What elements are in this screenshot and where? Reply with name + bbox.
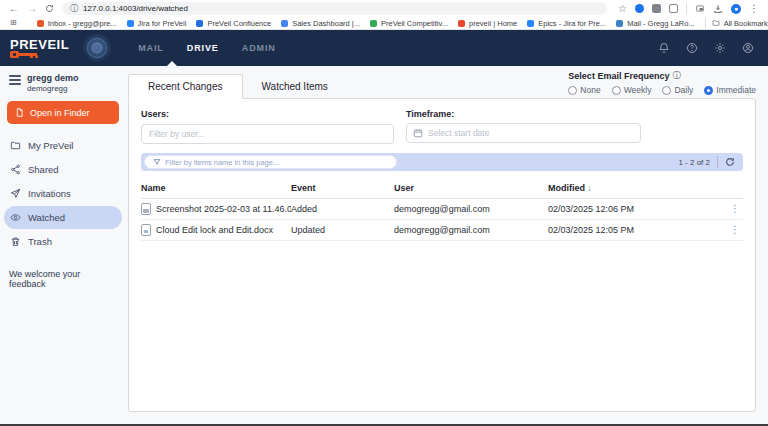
pagination-count: 1 - 2 of 2 xyxy=(678,158,710,167)
nav-admin[interactable]: ADMIN xyxy=(242,43,276,53)
bookmark-label: preveil | Home xyxy=(469,19,517,28)
bookmark-item[interactable]: Inbox - gregg@pre... xyxy=(37,19,117,28)
items-filter-bar: 1 - 2 of 2 xyxy=(141,153,743,171)
bookmark-label: Epics - Jira for Pre... xyxy=(538,19,606,28)
bookmark-item[interactable]: Jira for PreVeil xyxy=(127,19,187,28)
bookmark-favicon xyxy=(196,20,203,27)
sidebar-item-label: Watched xyxy=(28,212,65,223)
timeframe-date-picker[interactable] xyxy=(406,123,641,143)
radio-label: None xyxy=(580,85,600,95)
bookmark-star-icon[interactable]: ☆ xyxy=(618,4,627,14)
modified-cell: 02/03/2025 12:05 PM xyxy=(548,225,700,235)
row-menu-icon[interactable]: ⋮ xyxy=(730,203,740,214)
download-icon[interactable] xyxy=(713,4,723,14)
extension-icon-3[interactable] xyxy=(669,4,678,13)
all-bookmarks-button[interactable]: All Bookmarks xyxy=(712,19,768,28)
sidebar: gregg demo demogregg Open in Finder My P… xyxy=(0,66,126,424)
items-filter-pill[interactable] xyxy=(144,155,397,169)
key-icon xyxy=(10,51,46,58)
bookmark-item[interactable]: PreVeil Competitiv... xyxy=(370,19,448,28)
preveil-app-bar: PREVEIL MAIL DRIVE ADMIN xyxy=(0,30,768,66)
bookmark-item[interactable]: preveil | Home xyxy=(458,19,517,28)
table-row[interactable]: w Cloud Edit lock and Edit.docx Updated … xyxy=(141,220,743,241)
tab-watched-items[interactable]: Watched Items xyxy=(243,75,347,98)
extension-icon-1[interactable] xyxy=(635,4,644,13)
bookmark-favicon xyxy=(370,20,377,27)
tab-search-icon[interactable] xyxy=(695,4,705,13)
column-header-name[interactable]: Name xyxy=(141,183,291,193)
open-in-finder-button[interactable]: Open in Finder xyxy=(7,101,119,124)
radio-immediate[interactable]: Immediate xyxy=(704,85,756,95)
bookmark-item[interactable]: PreVeil Confluence xyxy=(196,19,271,28)
browser-forward-icon[interactable]: → xyxy=(27,4,37,14)
notifications-bell-icon[interactable] xyxy=(658,42,670,54)
sidebar-item-trash[interactable]: Trash xyxy=(4,230,122,253)
sidebar-item-my-preveil[interactable]: My PreVeil xyxy=(4,134,122,157)
bookmark-favicon xyxy=(458,20,465,27)
bookmark-favicon xyxy=(281,20,288,27)
brand-name: PREVEIL xyxy=(10,38,69,51)
timeframe-label: Timeframe: xyxy=(406,109,641,119)
column-header-modified-label: Modified xyxy=(548,183,585,193)
browser-reload-icon[interactable] xyxy=(45,4,54,13)
column-header-user[interactable]: User xyxy=(394,183,548,193)
nav-drive[interactable]: DRIVE xyxy=(187,43,219,53)
settings-gear-icon[interactable] xyxy=(714,42,726,54)
account-username: demogregg xyxy=(27,84,79,94)
users-filter-input[interactable] xyxy=(141,124,394,144)
active-tab-caret xyxy=(167,61,177,66)
site-info-icon[interactable]: ⓘ xyxy=(70,5,78,13)
browser-toolbar: ← → ⓘ 127.0.0.1:4003/drive/watched ☆ ● ⋮ xyxy=(0,0,768,17)
account-icon[interactable] xyxy=(742,42,754,54)
items-filter-input[interactable] xyxy=(165,158,388,167)
file-name: Screenshot 2025-02-03 at 11.46.09... xyxy=(156,204,291,214)
account-switcher[interactable]: gregg demo demogregg xyxy=(0,73,126,93)
folder-icon xyxy=(712,19,720,27)
share-icon xyxy=(10,164,21,175)
bookmark-item[interactable]: Sales Dashboard |... xyxy=(281,19,360,28)
radio-circle-icon xyxy=(704,86,713,95)
sidebar-item-watched[interactable]: Watched xyxy=(4,206,122,229)
help-icon[interactable] xyxy=(686,42,698,54)
row-menu-icon[interactable]: ⋮ xyxy=(730,224,740,235)
hamburger-menu-icon[interactable] xyxy=(9,73,21,87)
table-row[interactable]: Screenshot 2025-02-03 at 11.46.09... Add… xyxy=(141,199,743,220)
radio-daily[interactable]: Daily xyxy=(662,85,693,95)
browser-back-icon[interactable]: ← xyxy=(9,4,19,14)
radio-none[interactable]: None xyxy=(568,85,600,95)
profile-avatar[interactable]: ● xyxy=(731,4,741,14)
paper-plane-icon xyxy=(10,188,21,199)
apps-grid-icon[interactable]: ⊞ xyxy=(10,19,17,27)
sidebar-item-label: My PreVeil xyxy=(28,140,73,151)
tab-recent-changes[interactable]: Recent Changes xyxy=(128,74,243,99)
bookmarks-bar: ⊞ Inbox - gregg@pre... Jira for PreVeil … xyxy=(0,17,768,30)
address-bar[interactable]: ⓘ 127.0.0.1:4003/drive/watched xyxy=(62,2,607,15)
sidebar-item-invitations[interactable]: Invitations xyxy=(4,182,122,205)
column-header-modified[interactable]: Modified ↓ xyxy=(548,183,700,193)
radio-circle-icon xyxy=(612,86,621,95)
url-text: 127.0.0.1:4003/drive/watched xyxy=(83,4,188,13)
modified-cell: 02/03/2025 12:06 PM xyxy=(548,204,700,214)
eye-icon xyxy=(10,212,21,223)
nav-mail[interactable]: MAIL xyxy=(138,43,164,53)
column-header-event[interactable]: Event xyxy=(291,183,394,193)
bookmark-favicon xyxy=(127,20,134,27)
folder-icon xyxy=(10,140,21,151)
browser-menu-icon[interactable]: ⋮ xyxy=(749,4,759,14)
sidebar-item-label: Shared xyxy=(28,164,59,175)
refresh-icon[interactable] xyxy=(725,157,735,167)
app-nav: MAIL DRIVE ADMIN xyxy=(138,43,276,53)
preveil-logo: PREVEIL xyxy=(10,38,69,58)
timeframe-input[interactable] xyxy=(428,128,634,138)
radio-label: Weekly xyxy=(624,85,652,95)
bookmark-item[interactable]: Mail - Gregg LaRo... xyxy=(616,19,695,28)
recent-changes-panel: Users: Timeframe: 1 - 2 of 2 xyxy=(128,98,756,412)
radio-weekly[interactable]: Weekly xyxy=(612,85,652,95)
table-header: Name Event User Modified ↓ xyxy=(141,178,743,199)
radio-circle-icon xyxy=(662,86,671,95)
info-icon[interactable]: ⓘ xyxy=(672,70,681,82)
sidebar-item-shared[interactable]: Shared xyxy=(4,158,122,181)
feedback-link[interactable]: We welcome your feedback xyxy=(0,254,126,289)
extension-icon-2[interactable] xyxy=(652,4,661,13)
bookmark-item[interactable]: Epics - Jira for Pre... xyxy=(527,19,606,28)
